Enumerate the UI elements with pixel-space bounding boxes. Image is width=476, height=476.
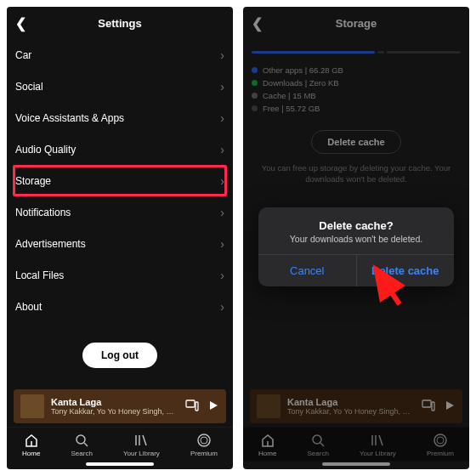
legend-text: Cache | 15 MB [263, 91, 316, 100]
search-icon [74, 433, 89, 448]
header: ❮ Settings [7, 7, 233, 39]
legend-dot [252, 80, 258, 86]
np-title: Kanta Laga [51, 397, 178, 407]
home-icon [260, 433, 275, 448]
storage-segment [387, 51, 461, 54]
tab-bar: HomeSearchYour LibraryPremium [7, 427, 233, 461]
np-subtitle: Tony Kakkar, Yo Yo Honey Singh, Neha Ka [287, 407, 415, 416]
legend-dot [252, 105, 258, 111]
legend-dot [252, 67, 258, 73]
chevron-right-icon: › [220, 80, 224, 94]
your-library-icon [370, 433, 385, 448]
album-art [257, 394, 280, 418]
row-label: Social [15, 81, 43, 93]
premium-icon [433, 433, 448, 448]
tab-search[interactable]: Search [71, 433, 93, 457]
legend-dot [252, 93, 258, 99]
devices-icon[interactable] [185, 400, 199, 413]
confirm-delete-button[interactable]: Delete cache [356, 255, 455, 286]
tab-label: Premium [427, 450, 454, 457]
tab-label: Search [71, 450, 93, 457]
tab-search[interactable]: Search [308, 433, 329, 457]
legend-row: Downloads | Zero KB [252, 78, 461, 88]
storage-segment [252, 51, 375, 54]
settings-row-voice-assistants-apps[interactable]: Voice Assistants & Apps› [15, 102, 224, 133]
row-label: Audio Quality [15, 144, 76, 156]
delete-cache-button[interactable]: Delete cache [311, 130, 400, 154]
now-playing-bar[interactable]: Kanta Laga Tony Kakkar, Yo Yo Honey Sing… [14, 389, 226, 423]
settings-row-advertisements[interactable]: Advertisements› [15, 228, 224, 259]
row-label: Advertisements [15, 238, 86, 250]
svg-rect-0 [186, 400, 195, 407]
settings-row-local-files[interactable]: Local Files› [15, 259, 224, 291]
now-playing-bar[interactable]: Kanta Laga Tony Kakkar, Yo Yo Honey Sing… [250, 389, 462, 423]
play-icon[interactable] [207, 400, 219, 413]
row-label: About [15, 301, 42, 313]
svg-rect-1 [196, 402, 198, 411]
phone-storage: ❮ Storage Other apps | 66.28 GBDownloads… [243, 7, 469, 469]
tab-label: Home [22, 450, 40, 457]
chevron-right-icon: › [220, 111, 224, 125]
storage-bar [243, 39, 469, 62]
home-icon [24, 433, 39, 448]
tab-your-library[interactable]: Your Library [123, 433, 160, 457]
chevron-right-icon: › [220, 269, 224, 282]
tab-label: Your Library [360, 450, 396, 457]
phone-settings: ❮ Settings Car›Social›Voice Assistants &… [7, 7, 233, 469]
legend-row: Other apps | 66.28 GB [252, 65, 461, 75]
svg-point-3 [198, 434, 210, 446]
page-title: Settings [98, 17, 141, 30]
settings-row-about[interactable]: About› [15, 291, 224, 322]
tab-label: Your Library [123, 450, 160, 457]
storage-legend: Other apps | 66.28 GBDownloads | Zero KB… [243, 65, 469, 125]
svg-rect-4 [422, 400, 431, 407]
settings-row-social[interactable]: Social› [15, 71, 224, 102]
settings-row-car[interactable]: Car› [15, 39, 224, 71]
settings-row-audio-quality[interactable]: Audio Quality› [15, 133, 224, 165]
back-icon[interactable]: ❮ [15, 15, 26, 31]
delete-cache-dialog: Delete cache? Your downloads won't be de… [258, 207, 454, 286]
legend-row: Cache | 15 MB [252, 91, 461, 100]
back-icon[interactable]: ❮ [252, 15, 263, 31]
devices-icon[interactable] [422, 400, 435, 413]
svg-rect-5 [432, 402, 434, 411]
legend-text: Free | 55.72 GB [263, 104, 320, 113]
row-label: Car [15, 49, 31, 61]
np-subtitle: Tony Kakkar, Yo Yo Honey Singh, Neha Ka [51, 407, 178, 416]
np-title: Kanta Laga [287, 397, 415, 407]
settings-list: Car›Social›Voice Assistants & Apps›Audio… [7, 39, 233, 322]
premium-icon [196, 433, 212, 448]
tab-bar: HomeSearchYour LibraryPremium [243, 427, 469, 461]
chevron-right-icon: › [220, 48, 224, 62]
tab-home[interactable]: Home [258, 433, 276, 457]
tab-label: Premium [190, 450, 218, 457]
home-indicator [86, 462, 154, 466]
chevron-right-icon: › [220, 143, 224, 156]
tab-home[interactable]: Home [22, 433, 40, 457]
cancel-button[interactable]: Cancel [258, 255, 356, 286]
tab-premium[interactable]: Premium [190, 433, 218, 457]
play-icon[interactable] [444, 400, 456, 413]
logout-button[interactable]: Log out [82, 343, 157, 368]
search-icon [310, 433, 326, 448]
dialog-title: Delete cache? [258, 207, 454, 234]
chevron-right-icon: › [220, 174, 224, 188]
legend-row: Free | 55.72 GB [252, 104, 461, 113]
svg-point-6 [313, 435, 321, 444]
storage-hint: You can free up storage by deleting your… [243, 162, 469, 185]
chevron-right-icon: › [220, 300, 224, 314]
header: ❮ Storage [243, 7, 469, 39]
svg-point-2 [76, 435, 85, 444]
row-label: Local Files [15, 269, 64, 281]
home-indicator [322, 462, 390, 466]
tab-your-library[interactable]: Your Library [360, 433, 396, 457]
settings-row-storage[interactable]: Storage› [13, 165, 227, 196]
settings-row-notifications[interactable]: Notifications› [15, 196, 224, 228]
svg-point-7 [434, 434, 446, 446]
page-title: Storage [336, 17, 377, 30]
row-label: Voice Assistants & Apps [15, 112, 124, 124]
tab-label: Search [308, 450, 329, 457]
dialog-subtitle: Your downloads won't be deleted. [258, 234, 454, 254]
tab-premium[interactable]: Premium [427, 433, 454, 457]
legend-text: Other apps | 66.28 GB [263, 65, 343, 75]
